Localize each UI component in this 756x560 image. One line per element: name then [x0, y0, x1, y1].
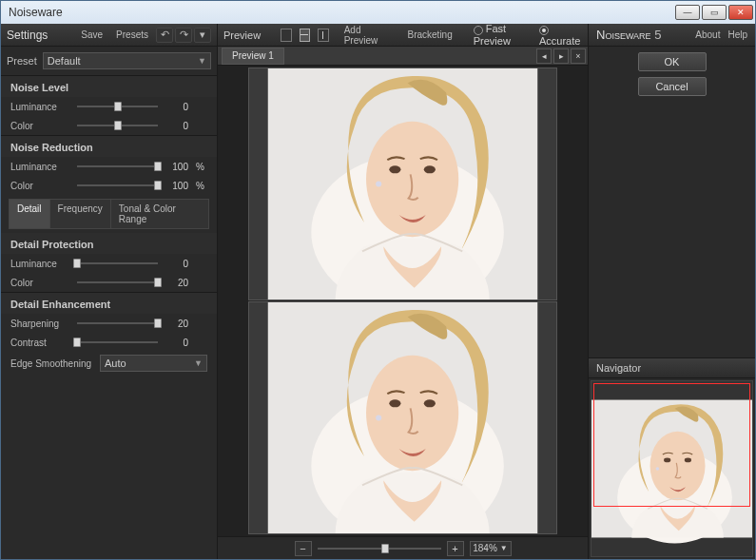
accurate-radio[interactable]: Accurate: [539, 23, 582, 46]
minimize-button[interactable]: —: [675, 5, 700, 20]
maximize-button[interactable]: ▭: [702, 5, 727, 20]
nr-luminance-slider[interactable]: [77, 160, 158, 173]
nr-color-value: 100: [165, 181, 188, 191]
add-preview-button[interactable]: Add Preview: [339, 22, 393, 48]
zoom-value[interactable]: 184%▼: [470, 541, 512, 556]
section-noise-reduction: Noise Reduction: [1, 135, 217, 157]
noise-level-luminance-value: 0: [165, 102, 188, 112]
next-tab-icon[interactable]: ▸: [553, 48, 569, 64]
cancel-button[interactable]: Cancel: [638, 77, 707, 96]
preset-value: Default: [48, 55, 81, 67]
fast-preview-radio[interactable]: Fast Preview: [474, 23, 532, 46]
preview-after-image: [249, 302, 556, 533]
dp-color-slider[interactable]: [77, 276, 158, 289]
section-detail-enhancement: Detail Enhancement: [1, 292, 217, 314]
chevron-down-icon: ▼: [194, 358, 203, 368]
chevron-down-icon: ▼: [198, 56, 206, 66]
preview-after[interactable]: [248, 301, 557, 534]
de-edge-label: Edge Smoothening: [10, 358, 92, 369]
preset-select[interactable]: Default ▼: [43, 52, 211, 69]
preview-area: [218, 66, 588, 536]
preview-title: Preview: [223, 29, 261, 41]
brand-name: Noiseware 5: [596, 28, 661, 42]
preview-before-image: [249, 68, 556, 299]
presets-button[interactable]: Presets: [110, 27, 154, 43]
nr-color-slider[interactable]: [77, 179, 158, 192]
tab-tonal[interactable]: Tonal & Color Range: [111, 199, 209, 229]
prev-tab-icon[interactable]: ◂: [536, 48, 552, 64]
settings-panel: Settings Save Presets ↶ ↷ ▾ Preset Defau…: [1, 24, 218, 559]
preset-label: Preset: [7, 55, 37, 67]
titlebar-text: Noiseware: [9, 6, 63, 19]
help-link[interactable]: Help: [727, 29, 747, 40]
menu-chevron-icon[interactable]: ▾: [194, 28, 211, 43]
settings-title: Settings: [7, 29, 73, 42]
chevron-down-icon: ▼: [500, 544, 508, 552]
undo-icon[interactable]: ↶: [156, 28, 173, 43]
preview-panel: Preview Add Preview Bracketing Fast Prev…: [218, 24, 588, 559]
dp-luminance-value: 0: [165, 259, 188, 269]
de-sharpening-value: 20: [165, 319, 188, 329]
about-link[interactable]: About: [695, 29, 720, 40]
right-panel: Noiseware 5 About Help OK Cancel Navigat…: [588, 24, 755, 559]
de-contrast-label: Contrast: [10, 338, 69, 348]
zoom-in-button[interactable]: +: [447, 541, 464, 556]
preview-before[interactable]: [248, 68, 557, 300]
tab-detail[interactable]: Detail: [9, 199, 50, 229]
edge-value: Auto: [105, 357, 126, 369]
preview-tab-1[interactable]: Preview 1: [222, 48, 284, 65]
close-button[interactable]: ✕: [728, 5, 753, 20]
ok-button[interactable]: OK: [638, 52, 707, 71]
tab-frequency[interactable]: Frequency: [50, 199, 111, 229]
navigator-panel[interactable]: [591, 380, 753, 557]
de-sharpening-label: Sharpening: [10, 319, 69, 329]
noise-level-luminance-slider[interactable]: [77, 100, 158, 113]
nr-color-label: Color: [10, 181, 69, 191]
noise-level-luminance-label: Luminance: [10, 102, 69, 112]
zoom-slider[interactable]: [318, 542, 441, 555]
de-sharpening-slider[interactable]: [77, 317, 158, 330]
navigator-title: Navigator: [589, 357, 755, 378]
detail-tabs: Detail Frequency Tonal & Color Range: [9, 199, 209, 229]
section-detail-protection: Detail Protection: [1, 233, 217, 254]
view-split-v-icon[interactable]: [318, 29, 329, 42]
redo-icon[interactable]: ↷: [175, 28, 192, 43]
save-button[interactable]: Save: [75, 27, 108, 43]
nr-luminance-value: 100: [165, 162, 188, 172]
dp-luminance-slider[interactable]: [77, 257, 158, 270]
noise-level-color-slider[interactable]: [77, 119, 158, 132]
close-tab-icon[interactable]: ×: [571, 48, 586, 64]
dp-color-value: 20: [165, 278, 188, 288]
navigator-viewport-rect[interactable]: [593, 383, 750, 507]
de-contrast-value: 0: [165, 338, 188, 348]
noise-level-color-label: Color: [10, 121, 69, 131]
dp-luminance-label: Luminance: [10, 259, 69, 269]
bracketing-button[interactable]: Bracketing: [402, 27, 458, 43]
noise-level-color-value: 0: [165, 121, 188, 131]
nr-luminance-label: Luminance: [10, 162, 69, 172]
dp-color-label: Color: [10, 278, 69, 288]
edge-smoothening-select[interactable]: Auto ▼: [100, 355, 207, 372]
zoom-out-button[interactable]: −: [295, 541, 312, 556]
view-split-h-icon[interactable]: [300, 29, 311, 42]
section-noise-level: Noise Level: [1, 75, 217, 97]
titlebar: Noiseware — ▭ ✕: [1, 1, 755, 24]
app-window: Noiseware — ▭ ✕ Settings Save Presets ↶ …: [0, 0, 756, 560]
de-contrast-slider[interactable]: [77, 336, 158, 349]
view-single-icon[interactable]: [281, 29, 292, 42]
